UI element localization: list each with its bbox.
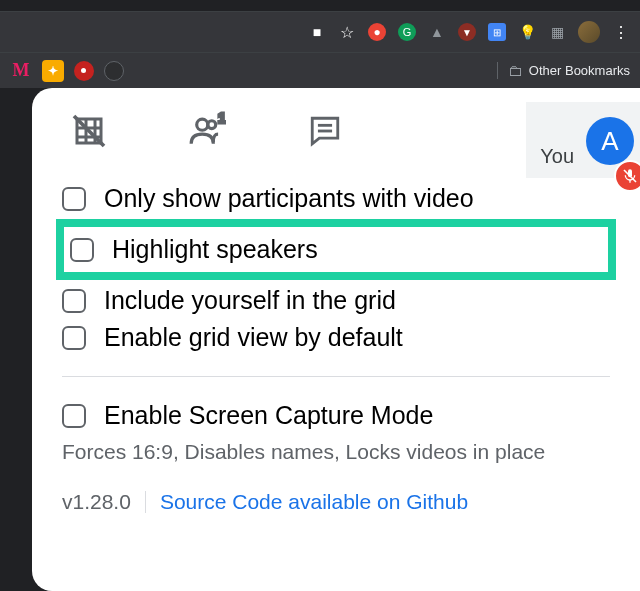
- tabs-row: 1 You A: [32, 102, 640, 180]
- label-only-video: Only show participants with video: [104, 184, 474, 213]
- label-highlight-speakers: Highlight speakers: [112, 235, 318, 264]
- other-bookmarks-label: Other Bookmarks: [529, 63, 630, 78]
- folder-icon: 🗀: [508, 62, 523, 79]
- tab-participants[interactable]: 1: [188, 112, 226, 150]
- other-bookmarks-button[interactable]: 🗀 Other Bookmarks: [497, 62, 630, 79]
- extension-red-icon[interactable]: ●: [368, 23, 386, 41]
- options-list: Only show participants with video Highli…: [32, 180, 640, 356]
- bookmark-item-m[interactable]: M: [10, 60, 32, 82]
- bookmarks-bar: M ✦ 🗀 Other Bookmarks: [0, 52, 640, 88]
- browser-toolbar: ■ ☆ ● G ▲ ▼ ⊞ 💡 ▦ ⋮: [0, 12, 640, 52]
- checkbox-include-yourself[interactable]: [62, 289, 86, 313]
- option-only-video[interactable]: Only show participants with video: [62, 180, 610, 217]
- settings-panel: 1 You A Only show participants with vide…: [32, 88, 640, 591]
- version-label: v1.28.0: [62, 490, 131, 514]
- options-list-2: Enable Screen Capture Mode: [32, 397, 640, 434]
- drive-icon[interactable]: ▲: [428, 23, 446, 41]
- tab-grid-disabled[interactable]: [70, 112, 108, 150]
- option-include-yourself[interactable]: Include yourself in the grid: [62, 282, 610, 319]
- bookmark-star-icon[interactable]: ☆: [338, 23, 356, 41]
- mic-muted-icon[interactable]: [614, 160, 640, 192]
- option-enable-default[interactable]: Enable grid view by default: [62, 319, 610, 356]
- option-screen-capture[interactable]: Enable Screen Capture Mode: [62, 397, 610, 434]
- divider: [62, 376, 610, 377]
- label-include-yourself: Include yourself in the grid: [104, 286, 396, 315]
- grammarly-icon[interactable]: G: [398, 23, 416, 41]
- label-screen-capture: Enable Screen Capture Mode: [104, 401, 433, 430]
- apps-grid-icon[interactable]: ▦: [548, 23, 566, 41]
- page-background: 1 You A Only show participants with vide…: [0, 88, 640, 591]
- bookmark-item-youtube[interactable]: [74, 61, 94, 81]
- svg-text:1: 1: [218, 111, 226, 126]
- label-enable-default: Enable grid view by default: [104, 323, 403, 352]
- camera-icon[interactable]: ■: [308, 23, 326, 41]
- bookmark-item-orange[interactable]: ✦: [42, 60, 64, 82]
- you-label: You: [540, 145, 574, 168]
- self-video-tile: You A: [526, 102, 640, 178]
- screen-capture-description: Forces 16:9, Disables names, Locks video…: [32, 440, 640, 464]
- checkbox-screen-capture[interactable]: [62, 404, 86, 428]
- source-code-link[interactable]: Source Code available on Github: [160, 490, 468, 514]
- avatar-letter: A: [601, 126, 618, 157]
- svg-point-7: [208, 121, 216, 129]
- footer-row: v1.28.0 Source Code available on Github: [32, 464, 640, 514]
- extension-v-icon[interactable]: ▼: [458, 23, 476, 41]
- browser-tab-strip: [0, 0, 640, 12]
- browser-menu-icon[interactable]: ⋮: [612, 23, 630, 41]
- lightbulb-icon[interactable]: 💡: [518, 23, 536, 41]
- extension-blue-icon[interactable]: ⊞: [488, 23, 506, 41]
- footer-separator: [145, 491, 146, 513]
- tab-chat[interactable]: [306, 112, 344, 150]
- option-highlight-speakers[interactable]: Highlight speakers: [56, 219, 616, 280]
- checkbox-only-video[interactable]: [62, 187, 86, 211]
- user-avatar: A: [586, 117, 634, 165]
- checkbox-highlight-speakers[interactable]: [70, 238, 94, 262]
- bookmark-item-dark[interactable]: [104, 61, 124, 81]
- checkbox-enable-default[interactable]: [62, 326, 86, 350]
- profile-avatar-icon[interactable]: [578, 21, 600, 43]
- svg-point-6: [197, 119, 208, 130]
